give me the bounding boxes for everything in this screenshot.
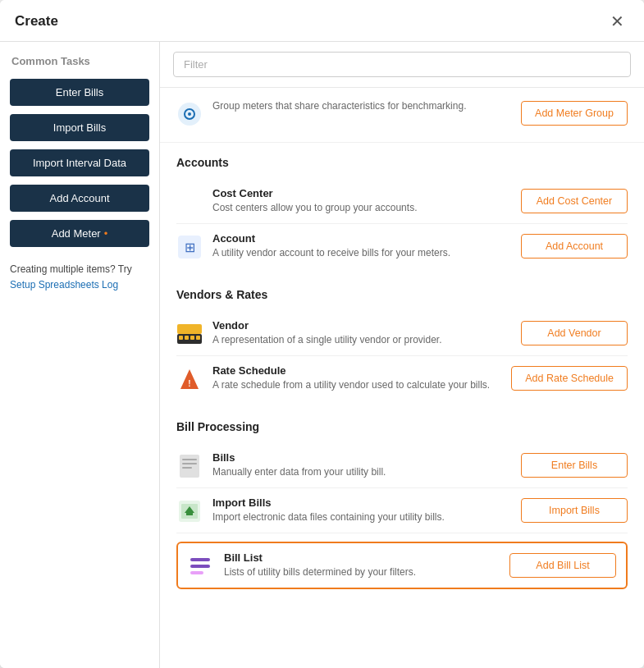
sidebar-btn-add-meter[interactable]: Add Meter	[10, 220, 149, 247]
svg-rect-12	[182, 463, 197, 464]
sidebar-btn-add-account[interactable]: Add Account	[10, 185, 149, 212]
footer-try: Try	[118, 263, 132, 275]
modal-header: Create ✕	[0, 0, 644, 42]
bills-name: Bills	[212, 451, 511, 464]
meter-group-desc: Group meters that share characteristics …	[212, 99, 511, 113]
add-vendor-button[interactable]: Add Vendor	[521, 321, 628, 345]
account-name: Account	[212, 232, 511, 245]
cost-center-row: Cost Center Cost centers allow you to gr…	[176, 179, 628, 224]
meter-group-text: Group meters that share characteristics …	[212, 99, 511, 113]
rate-schedule-icon: !	[176, 366, 203, 392]
enter-bills-button[interactable]: Enter Bills	[521, 453, 628, 478]
rate-schedule-icon-shape: !	[179, 368, 200, 391]
cost-center-name: Cost Center	[212, 187, 511, 199]
svg-rect-4	[179, 336, 183, 340]
rate-schedule-left: ! Rate Schedule A rate schedule from a u…	[176, 364, 501, 392]
bills-desc: Manually enter data from your utility bi…	[212, 465, 511, 479]
vendor-text: Vendor A representation of a single util…	[212, 319, 511, 347]
bills-row: Bills Manually enter data from your util…	[176, 443, 628, 488]
svg-rect-2	[177, 324, 202, 334]
top-partial-row: Group meters that share characteristics …	[160, 88, 644, 143]
meter-group-left: Group meters that share characteristics …	[176, 99, 511, 127]
bill-list-icon-shape	[190, 556, 212, 577]
sidebar-btn-import-bills[interactable]: Import Bills	[10, 114, 149, 141]
import-bills-name: Import Bills	[212, 496, 511, 509]
account-left: ⊞ Account A utility vendor account to re…	[176, 232, 511, 260]
import-bills-desc: Import electronic data files containing …	[212, 510, 511, 524]
meter-group-icon	[176, 101, 203, 127]
vendor-name: Vendor	[212, 319, 511, 332]
setup-spreadsheets-link[interactable]: Setup Spreadsheets Log	[10, 279, 118, 291]
account-row: ⊞ Account A utility vendor account to re…	[176, 224, 628, 268]
account-icon-shape: ⊞	[178, 236, 201, 259]
vendors-rates-title: Vendors & Rates	[176, 288, 628, 301]
bill-list-left: Bill List Lists of utility bills determi…	[188, 551, 500, 579]
import-bills-icon-shape	[178, 500, 201, 523]
rate-schedule-text: Rate Schedule A rate schedule from a uti…	[212, 364, 501, 392]
accounts-section-title: Accounts	[176, 156, 628, 169]
svg-rect-5	[185, 336, 189, 340]
modal-title: Create	[15, 13, 58, 30]
accounts-section: Accounts Cost Center Cost centers allow …	[160, 143, 644, 275]
filter-input[interactable]	[173, 52, 631, 77]
vendor-left: Vendor A representation of a single util…	[176, 319, 511, 347]
svg-rect-10	[180, 455, 199, 478]
vendor-row: Vendor A representation of a single util…	[176, 311, 628, 356]
import-bills-row: Import Bills Import electronic data file…	[176, 488, 628, 533]
bills-left: Bills Manually enter data from your util…	[176, 451, 511, 479]
vendors-rates-section: Vendors & Rates	[160, 275, 644, 407]
bills-text: Bills Manually enter data from your util…	[212, 451, 511, 479]
rate-schedule-name: Rate Schedule	[212, 364, 501, 377]
main-content: Group meters that share characteristics …	[160, 42, 644, 668]
bill-list-desc: Lists of utility bills determined by you…	[224, 565, 500, 579]
add-bill-list-button[interactable]: Add Bill List	[509, 553, 616, 578]
bills-icon-shape	[179, 454, 200, 478]
modal-body: Common Tasks Enter Bills Import Bills Im…	[0, 42, 644, 668]
account-icon: ⊞	[176, 234, 203, 260]
meter-group-icon-shape	[178, 103, 201, 126]
meter-group-row: Group meters that share characteristics …	[176, 91, 628, 135]
footer-text: Creating multiple items?	[10, 263, 116, 275]
cost-center-icon	[176, 189, 203, 215]
add-meter-group-button[interactable]: Add Meter Group	[521, 101, 628, 126]
import-bills-button[interactable]: Import Bills	[521, 498, 628, 523]
vendor-icon	[176, 321, 203, 347]
vendor-icon-shape	[177, 324, 202, 344]
account-text: Account A utility vendor account to rece…	[212, 232, 511, 260]
sidebar-footer: Creating multiple items? Try Setup Sprea…	[10, 262, 149, 293]
bill-list-icon	[188, 553, 214, 579]
import-bills-icon	[176, 498, 203, 524]
svg-rect-17	[186, 513, 193, 515]
close-button[interactable]: ✕	[605, 11, 629, 31]
cost-center-left: Cost Center Cost centers allow you to gr…	[176, 187, 511, 215]
svg-text:!: !	[188, 379, 190, 388]
svg-rect-13	[182, 467, 192, 469]
rate-schedule-desc: A rate schedule from a utility vendor us…	[212, 378, 501, 392]
cost-center-text: Cost Center Cost centers allow you to gr…	[212, 187, 511, 215]
svg-rect-6	[190, 336, 194, 340]
account-desc: A utility vendor account to receive bill…	[212, 246, 511, 260]
add-account-button[interactable]: Add Account	[521, 234, 628, 259]
rate-schedule-row: ! Rate Schedule A rate schedule from a u…	[176, 356, 628, 400]
filter-bar	[160, 42, 644, 88]
svg-rect-7	[196, 336, 200, 340]
bill-processing-section: Bill Processing Bil	[160, 407, 644, 596]
bill-list-name: Bill List	[224, 551, 500, 564]
bills-icon	[176, 453, 203, 479]
vendor-desc: A representation of a single utility ven…	[212, 333, 511, 347]
add-rate-schedule-button[interactable]: Add Rate Schedule	[511, 366, 628, 391]
add-cost-center-button[interactable]: Add Cost Center	[521, 189, 628, 213]
import-bills-left: Import Bills Import electronic data file…	[176, 496, 511, 524]
sidebar-title: Common Tasks	[10, 55, 149, 67]
sidebar: Common Tasks Enter Bills Import Bills Im…	[0, 42, 160, 668]
bill-processing-title: Bill Processing	[176, 420, 628, 433]
svg-rect-11	[182, 459, 197, 460]
bill-list-text: Bill List Lists of utility bills determi…	[224, 551, 500, 579]
cost-center-desc: Cost centers allow you to group your acc…	[212, 201, 511, 215]
import-bills-text: Import Bills Import electronic data file…	[212, 496, 511, 524]
sidebar-btn-import-interval[interactable]: Import Interval Data	[10, 149, 149, 176]
sidebar-btn-enter-bills[interactable]: Enter Bills	[10, 79, 149, 106]
create-modal: Create ✕ Common Tasks Enter Bills Import…	[0, 0, 644, 668]
bill-list-row-highlighted: Bill List Lists of utility bills determi…	[176, 542, 628, 589]
svg-point-1	[188, 112, 191, 116]
